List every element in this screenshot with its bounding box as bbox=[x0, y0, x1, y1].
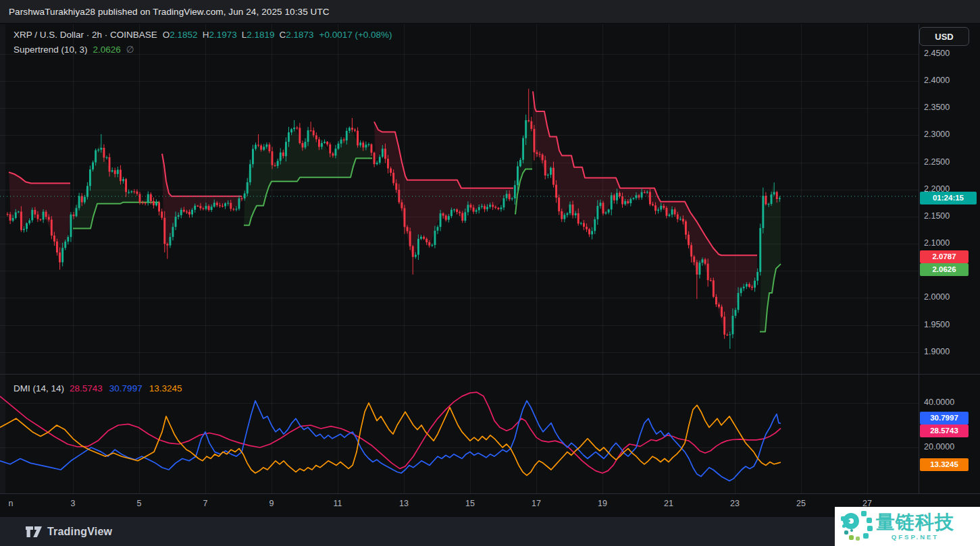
axis-badge: 01:24:15 bbox=[920, 192, 977, 204]
time-tick-label: n bbox=[3, 499, 19, 508]
watermark-subtitle: QFSP.NET bbox=[892, 533, 939, 541]
supertrend-label: Supertrend (10, 3) bbox=[14, 45, 88, 55]
axis-badge: 30.7997 bbox=[920, 412, 969, 425]
price-tick-label: 1.9500 bbox=[924, 320, 950, 329]
chart-canvas[interactable] bbox=[0, 0, 980, 546]
tradingview-snapshot: ParshwaTurakhiya28 published on TradingV… bbox=[0, 0, 980, 546]
change-value: +0.0017 (+0.08%) bbox=[319, 30, 392, 40]
ohlc-item: C2.1873 bbox=[279, 30, 313, 40]
ohlc-item: L2.1819 bbox=[242, 30, 275, 40]
time-tick-label: 13 bbox=[396, 499, 412, 508]
tradingview-logo[interactable]: TradingView bbox=[25, 524, 112, 540]
ohlc-item: H2.1973 bbox=[203, 30, 237, 40]
dmi-value: 13.3245 bbox=[149, 383, 182, 393]
time-tick-label: 21 bbox=[661, 499, 677, 508]
main-legend: XRP / U.S. Dollar · 2h · COINBASE O2.185… bbox=[14, 30, 392, 58]
publisher-text: ParshwaTurakhiya28 published on TradingV… bbox=[0, 7, 330, 17]
ohlc-values: O2.1852H2.1973L2.1819C2.1873 bbox=[163, 30, 314, 40]
axis-badge: 13.3245 bbox=[920, 458, 969, 471]
watermark-logo bbox=[841, 511, 872, 542]
time-tick-label: 7 bbox=[197, 499, 213, 508]
time-tick-label: 19 bbox=[594, 499, 611, 508]
price-tick-label: 2.4500 bbox=[924, 49, 950, 58]
price-tick-label: 2.3000 bbox=[924, 130, 950, 139]
symbol-row: XRP / U.S. Dollar · 2h · COINBASE O2.185… bbox=[14, 30, 392, 44]
time-tick-label: 25 bbox=[793, 499, 809, 508]
watermark-box: 量链科技 QFSP.NET bbox=[835, 507, 980, 546]
ohlc-item: O2.1852 bbox=[163, 30, 198, 40]
supertrend-row[interactable]: Supertrend (10, 3) 2.0626 ∅ bbox=[14, 44, 392, 58]
price-tick-label: 2.3500 bbox=[924, 103, 950, 112]
axis-badge: 28.5743 bbox=[920, 425, 969, 437]
currency-toggle-button[interactable]: USD bbox=[919, 27, 969, 46]
axis-badge: 2.0787 bbox=[920, 250, 969, 263]
dmi-tick-label: 20.0000 bbox=[924, 442, 954, 452]
price-tick-label: 2.4000 bbox=[924, 76, 950, 85]
dmi-legend[interactable]: DMI (14, 14) 28.574330.799713.3245 bbox=[14, 383, 182, 398]
time-tick-label: 17 bbox=[528, 499, 544, 508]
watermark-text: 量链科技 QFSP.NET bbox=[876, 512, 954, 541]
dmi-value: 28.5743 bbox=[70, 383, 103, 393]
dmi-value: 30.7997 bbox=[109, 383, 143, 393]
tradingview-brand-text: TradingView bbox=[47, 526, 112, 538]
time-tick-label: 3 bbox=[65, 499, 81, 508]
time-tick-label: 23 bbox=[727, 499, 743, 508]
axis-badge: 2.0626 bbox=[920, 263, 969, 276]
time-tick-label: 9 bbox=[263, 499, 280, 508]
supertrend-empty-icon: ∅ bbox=[126, 44, 134, 55]
time-tick-label: 15 bbox=[462, 499, 478, 508]
time-tick-label: 5 bbox=[131, 499, 147, 508]
watermark-title: 量链科技 bbox=[876, 512, 954, 533]
time-tick-label: 11 bbox=[330, 499, 346, 508]
dmi-values: 28.574330.799713.3245 bbox=[70, 383, 182, 393]
price-tick-label: 2.1500 bbox=[924, 211, 950, 221]
symbol-title: XRP / U.S. Dollar · 2h · COINBASE bbox=[14, 30, 157, 40]
dmi-label: DMI (14, 14) bbox=[14, 383, 64, 393]
bottom-toolbar: TradingView bbox=[0, 516, 980, 546]
price-tick-label: 2.2500 bbox=[924, 157, 950, 167]
price-tick-label: 2.0000 bbox=[924, 292, 950, 302]
supertrend-value: 2.0626 bbox=[93, 45, 121, 55]
dmi-tick-label: 40.0000 bbox=[924, 398, 954, 407]
tradingview-logo-icon bbox=[25, 524, 43, 540]
publisher-bar: ParshwaTurakhiya28 published on TradingV… bbox=[0, 0, 980, 24]
price-tick-label: 2.1000 bbox=[924, 238, 950, 248]
price-tick-label: 1.9000 bbox=[924, 347, 950, 356]
